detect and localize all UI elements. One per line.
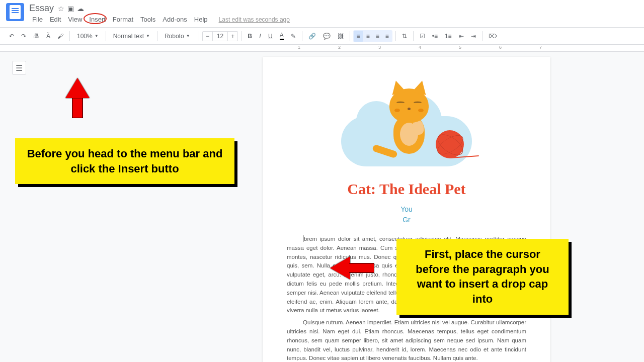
align-left-button[interactable]: ≡ [354, 31, 363, 42]
document-subheading: YouGr [287, 204, 526, 226]
indent-increase-button[interactable]: ⇥ [468, 31, 479, 42]
comment-button[interactable]: 💬 [320, 31, 334, 42]
line-spacing-button[interactable]: ⇅ [399, 31, 410, 42]
cloud-icon[interactable]: ☁ [77, 5, 84, 13]
menu-format[interactable]: Format [110, 15, 136, 24]
outline-toggle-button[interactable]: ☰ [12, 61, 26, 75]
ruler-tick: 5 [459, 45, 461, 50]
menu-addons[interactable]: Add-ons [159, 15, 190, 24]
menu-tools[interactable]: Tools [137, 15, 158, 24]
checklist-button[interactable]: ☑ [417, 31, 428, 42]
link-button[interactable]: 🔗 [305, 31, 319, 42]
menu-help[interactable]: Help [191, 15, 211, 24]
cat-illustration [336, 81, 477, 171]
ruler-tick: 3 [378, 45, 381, 50]
font-select[interactable]: Roboto▼ [160, 31, 196, 42]
menu-file[interactable]: File [29, 15, 46, 24]
menu-insert[interactable]: Insert [86, 15, 109, 24]
zoom-select[interactable]: 100%▼ [73, 31, 103, 42]
number-list-button[interactable]: 1≡ [442, 31, 455, 42]
align-right-button[interactable]: ≡ [373, 31, 382, 42]
docs-logo[interactable] [6, 3, 24, 21]
image-button[interactable]: 🖼 [335, 31, 347, 42]
last-edit-link[interactable]: Last edit was seconds ago [219, 16, 290, 23]
menu-bar: File Edit View Insert Format Tools Add-o… [29, 15, 638, 24]
highlight-button[interactable]: ✎ [288, 31, 299, 42]
text-color-button[interactable]: A [277, 30, 287, 42]
spellcheck-button[interactable]: Ă [43, 31, 53, 42]
bullet-list-button[interactable]: •≡ [429, 31, 441, 42]
indent-decrease-button[interactable]: ⇤ [456, 31, 467, 42]
ruler-tick: 4 [419, 45, 421, 50]
ruler-tick: 7 [539, 45, 542, 50]
bold-button[interactable]: B [245, 31, 255, 42]
paragraph-2: Quisque rutrum. Aenean imperdiet. Etiam … [287, 318, 526, 362]
horizontal-ruler[interactable]: 1 2 3 4 5 6 7 [0, 45, 644, 52]
style-select[interactable]: Normal text▼ [109, 31, 154, 42]
align-justify-button[interactable]: ≡ [382, 31, 392, 42]
move-icon[interactable]: ▣ [67, 5, 74, 13]
annotation-arrow-left [330, 256, 375, 280]
annotation-callout-2: First, place the cursor before the parag… [396, 239, 569, 315]
menu-edit[interactable]: Edit [47, 15, 64, 24]
italic-button[interactable]: I [256, 31, 264, 42]
document-heading: Cat: The Ideal Pet [287, 177, 526, 201]
fontsize-increase[interactable]: + [228, 32, 237, 41]
app-header: Essay ☆ ▣ ☁ File Edit View Insert Format… [0, 0, 644, 27]
font-size-control: − 12 + [202, 31, 238, 41]
align-center-button[interactable]: ≡ [363, 31, 373, 42]
ruler-tick: 6 [499, 45, 502, 50]
text-cursor [303, 235, 303, 242]
document-page[interactable]: Cat: The Ideal Pet YouGr brem ipsum dolo… [263, 57, 550, 362]
workspace: ☰ Cat: The Ideal Pet YouGr br [0, 52, 644, 362]
document-title[interactable]: Essay [29, 3, 54, 14]
toolbar: ↶ ↷ 🖶 Ă 🖌 100%▼ Normal text▼ Roboto▼ − 1… [0, 27, 644, 45]
ruler-tick: 2 [338, 45, 341, 50]
annotation-arrow-up [65, 78, 90, 118]
paint-format-button[interactable]: 🖌 [54, 31, 66, 42]
clear-format-button[interactable]: ⌦ [486, 31, 500, 42]
print-button[interactable]: 🖶 [30, 31, 42, 42]
undo-button[interactable]: ↶ [6, 31, 17, 42]
fontsize-decrease[interactable]: − [203, 32, 212, 41]
ruler-tick: 1 [298, 45, 300, 50]
fontsize-value[interactable]: 12 [212, 32, 228, 41]
annotation-callout-1: Before you head to the menu bar and clic… [15, 138, 234, 184]
star-icon[interactable]: ☆ [58, 5, 64, 13]
menu-view[interactable]: View [65, 15, 85, 24]
redo-button[interactable]: ↷ [18, 31, 29, 42]
underline-button[interactable]: U [265, 31, 276, 42]
